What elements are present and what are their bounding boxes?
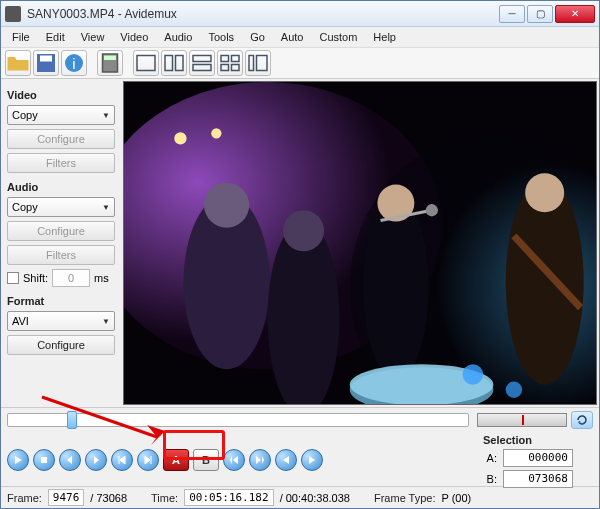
chevron-down-icon: ▼ [102, 317, 110, 326]
video-filters-button[interactable]: Filters [7, 153, 115, 173]
svg-rect-8 [176, 56, 184, 71]
stop-button[interactable] [33, 449, 55, 471]
bottom-panel: A B Selection A: 000000 B: [1, 407, 599, 508]
selection-b-value[interactable]: 073068 [503, 470, 573, 488]
shift-unit: ms [94, 272, 109, 284]
chevron-down-icon: ▼ [102, 203, 110, 212]
audio-codec-dropdown[interactable]: Copy▼ [7, 197, 115, 217]
video-codec-value: Copy [12, 109, 38, 121]
audio-configure-button[interactable]: Configure [7, 221, 115, 241]
goto-end-button[interactable] [249, 449, 271, 471]
menu-edit[interactable]: Edit [39, 29, 72, 45]
svg-point-36 [506, 382, 522, 398]
video-content [124, 82, 596, 405]
menu-file[interactable]: File [5, 29, 37, 45]
menu-auto[interactable]: Auto [274, 29, 311, 45]
calculator-icon[interactable] [97, 50, 123, 76]
titlebar[interactable]: SANY0003.MP4 - Avidemux ─ ▢ ✕ [1, 1, 599, 27]
menu-tools[interactable]: Tools [201, 29, 241, 45]
video-frame[interactable] [123, 81, 597, 405]
prev-keyframe-button[interactable] [111, 449, 133, 471]
set-marker-a-button[interactable]: A [163, 449, 189, 471]
minimize-button[interactable]: ─ [499, 5, 525, 23]
audio-filters-button[interactable]: Filters [7, 245, 115, 265]
goto-start-button[interactable] [223, 449, 245, 471]
save-icon[interactable] [33, 50, 59, 76]
svg-text:i: i [72, 55, 75, 72]
controls-row: A B Selection A: 000000 B: [1, 432, 599, 486]
layout-1-icon[interactable] [133, 50, 159, 76]
maximize-button[interactable]: ▢ [527, 5, 553, 23]
menu-video[interactable]: Video [113, 29, 155, 45]
goto-marker-b-button[interactable] [301, 449, 323, 471]
audio-shift-row: Shift: 0 ms [7, 269, 115, 287]
svg-rect-10 [193, 65, 211, 71]
time-indicator[interactable] [477, 413, 567, 427]
svg-rect-6 [137, 56, 155, 71]
scrub-track[interactable] [7, 413, 469, 427]
menu-help[interactable]: Help [366, 29, 403, 45]
play-button[interactable] [7, 449, 29, 471]
info-icon[interactable]: i [61, 50, 87, 76]
menubar: File Edit View Video Audio Tools Go Auto… [1, 27, 599, 47]
svg-point-24 [363, 195, 429, 380]
chevron-down-icon: ▼ [102, 111, 110, 120]
next-keyframe-button[interactable] [137, 449, 159, 471]
statusbar: Frame: 9476 / 73068 Time: 00:05:16.182 /… [1, 486, 599, 508]
shift-input[interactable]: 0 [52, 269, 90, 287]
app-window: SANY0003.MP4 - Avidemux ─ ▢ ✕ File Edit … [0, 0, 600, 509]
svg-point-27 [426, 204, 438, 216]
selection-a-value[interactable]: 000000 [503, 449, 573, 467]
menu-custom[interactable]: Custom [312, 29, 364, 45]
svg-rect-14 [232, 65, 240, 71]
loop-button[interactable] [571, 411, 593, 429]
svg-point-34 [211, 128, 221, 138]
menu-audio[interactable]: Audio [157, 29, 199, 45]
svg-rect-11 [221, 56, 229, 62]
scrub-thumb[interactable] [67, 411, 77, 429]
format-value: AVI [12, 315, 29, 327]
video-heading: Video [7, 89, 115, 101]
layout-2-icon[interactable] [161, 50, 187, 76]
video-viewer [121, 79, 599, 407]
video-codec-dropdown[interactable]: Copy▼ [7, 105, 115, 125]
format-configure-button[interactable]: Configure [7, 335, 115, 355]
frame-total: / 73068 [90, 492, 127, 504]
time-label: Time: [151, 492, 178, 504]
shift-checkbox[interactable] [7, 272, 19, 284]
sidebar: Video Copy▼ Configure Filters Audio Copy… [1, 79, 121, 407]
frametype-value: P (00) [442, 492, 472, 504]
time-current[interactable]: 00:05:16.182 [184, 489, 273, 506]
toolbar: i [1, 47, 599, 79]
playback-controls: A B [7, 434, 323, 486]
marker-b-label: B [202, 454, 210, 466]
format-dropdown[interactable]: AVI▼ [7, 311, 115, 331]
prev-frame-button[interactable] [59, 449, 81, 471]
svg-rect-5 [104, 56, 116, 61]
svg-point-29 [525, 173, 564, 212]
layout-3-icon[interactable] [189, 50, 215, 76]
menu-view[interactable]: View [74, 29, 112, 45]
close-button[interactable]: ✕ [555, 5, 595, 23]
time-total: / 00:40:38.038 [280, 492, 350, 504]
frame-current[interactable]: 9476 [48, 489, 85, 506]
selection-a-label: A: [483, 452, 497, 464]
svg-point-33 [174, 132, 186, 144]
set-marker-b-button[interactable]: B [193, 449, 219, 471]
layout-4-icon[interactable] [217, 50, 243, 76]
scrub-row [1, 408, 599, 432]
goto-marker-a-button[interactable] [275, 449, 297, 471]
main-area: Video Copy▼ Configure Filters Audio Copy… [1, 79, 599, 407]
audio-codec-value: Copy [12, 201, 38, 213]
selection-heading: Selection [483, 434, 593, 446]
svg-point-35 [463, 364, 484, 385]
next-frame-button[interactable] [85, 449, 107, 471]
video-configure-button[interactable]: Configure [7, 129, 115, 149]
app-icon [5, 6, 21, 22]
svg-rect-13 [221, 65, 229, 71]
frametype-label: Frame Type: [374, 492, 436, 504]
menu-go[interactable]: Go [243, 29, 272, 45]
layout-5-icon[interactable] [245, 50, 271, 76]
window-controls: ─ ▢ ✕ [497, 5, 595, 23]
open-icon[interactable] [5, 50, 31, 76]
